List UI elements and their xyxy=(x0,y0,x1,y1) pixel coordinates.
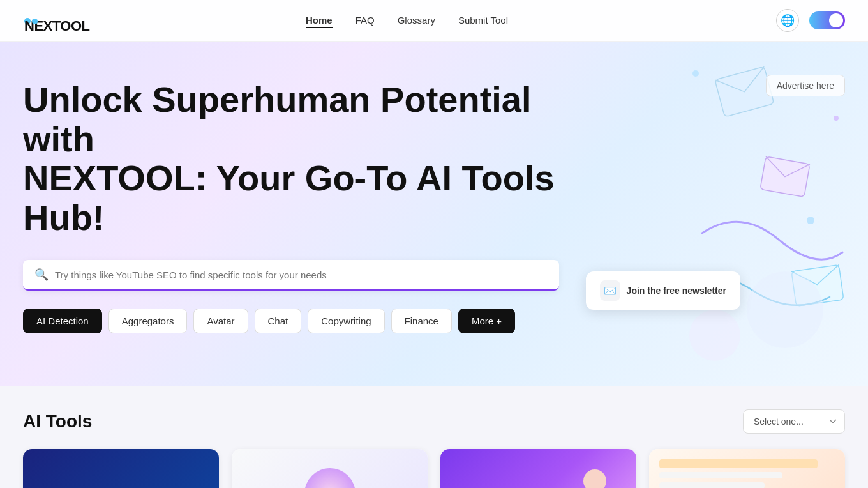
theme-toggle[interactable] xyxy=(809,11,845,29)
tools-section: AI Tools Select one... Most Popular Newe… xyxy=(0,386,868,488)
search-icon: 🔍 xyxy=(34,268,49,282)
card-2-circle xyxy=(304,468,355,488)
newsletter-popup[interactable]: ✉️ Join the free newsletter xyxy=(586,271,740,310)
search-bar: 🔍 xyxy=(23,260,559,291)
filter-tag-more[interactable]: More + xyxy=(458,309,515,333)
advertise-badge[interactable]: Advertise here xyxy=(766,75,845,96)
section-title: AI Tools xyxy=(23,411,92,432)
filter-tags: AI Detection Aggregators Avatar Chat Cop… xyxy=(23,309,578,333)
tool-card-3[interactable]: 🔥 Featured xyxy=(440,449,636,488)
cards-grid: Dividi... 🔥 Featured 🔥 Featured xyxy=(23,449,845,488)
tool-card-1[interactable]: Dividi... 🔥 Featured xyxy=(23,449,219,488)
brand-dot xyxy=(32,19,38,24)
card-1-image: Dividi... 🔥 Featured xyxy=(23,449,219,488)
card-2-image: 🔥 Featured xyxy=(232,449,428,488)
hero-headline: Unlock Superhuman Potential with NEXTOOL… xyxy=(23,80,578,237)
svg-point-7 xyxy=(689,310,740,361)
filter-tag-chat[interactable]: Chat xyxy=(255,309,302,333)
nav-item-faq[interactable]: FAQ xyxy=(355,15,375,26)
search-input[interactable] xyxy=(55,270,548,280)
tool-card-2[interactable]: 🔥 Featured xyxy=(232,449,428,488)
filter-tag-aggregators[interactable]: Aggregators xyxy=(108,309,188,333)
filter-tag-avatar[interactable]: Avatar xyxy=(193,309,248,333)
card-4-mockup xyxy=(649,449,845,488)
svg-rect-2 xyxy=(791,265,844,307)
svg-rect-1 xyxy=(760,156,810,197)
nav-right: 🌐 xyxy=(776,9,845,32)
tool-card-4[interactable]: 🔥 Featured xyxy=(649,449,845,488)
nav-item-submit[interactable]: Submit Tool xyxy=(458,15,508,26)
filter-tag-copywriting[interactable]: Copywriting xyxy=(308,309,384,333)
nav-item-home[interactable]: Home xyxy=(306,15,333,26)
svg-point-3 xyxy=(692,70,699,77)
card-4-image: 🔥 Featured xyxy=(649,449,845,488)
brand-name: NEXTOOL xyxy=(24,18,31,24)
newsletter-text: Join the free newsletter xyxy=(627,286,726,296)
card-3-person xyxy=(566,462,624,488)
filter-tag-finance[interactable]: Finance xyxy=(391,309,452,333)
toggle-knob xyxy=(829,13,843,27)
globe-icon: 🌐 xyxy=(781,13,795,27)
language-button[interactable]: 🌐 xyxy=(776,9,799,32)
svg-rect-0 xyxy=(715,66,774,117)
navbar: NEXTOOL Home FAQ Glossary Submit Tool 🌐 xyxy=(0,0,868,42)
sort-select[interactable]: Select one... Most Popular Newest A-Z xyxy=(743,409,845,434)
card-3-image: 🔥 Featured xyxy=(440,449,636,488)
svg-point-4 xyxy=(834,116,839,121)
filter-tag-ai-detection[interactable]: AI Detection xyxy=(23,309,102,333)
hero-content: Unlock Superhuman Potential with NEXTOOL… xyxy=(23,80,578,333)
nav-links: Home FAQ Glossary Submit Tool xyxy=(306,15,508,26)
mail-icon: ✉️ xyxy=(600,280,620,301)
nav-item-glossary[interactable]: Glossary xyxy=(398,15,435,26)
svg-point-5 xyxy=(807,217,814,224)
svg-point-6 xyxy=(747,271,823,348)
brand-logo[interactable]: NEXTOOL xyxy=(23,12,38,29)
hero-section: ✉️ Join the free newsletter Advertise he… xyxy=(0,42,868,386)
section-header: AI Tools Select one... Most Popular Newe… xyxy=(23,409,845,434)
